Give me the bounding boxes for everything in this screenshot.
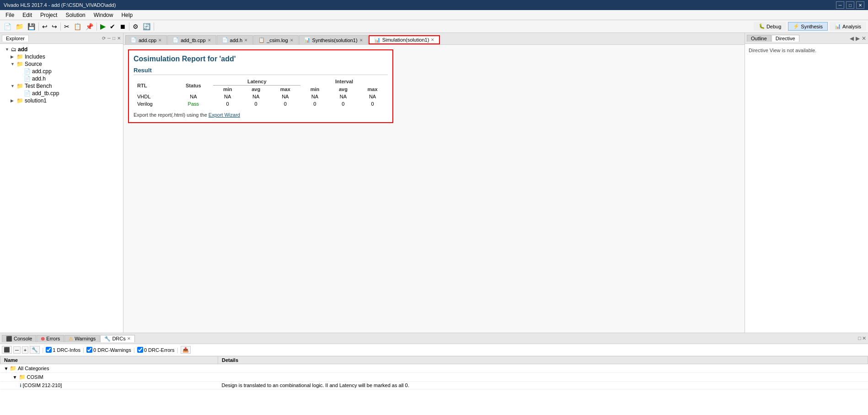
tree-solution1[interactable]: ▶ 📁 solution1 — [2, 97, 121, 104]
analysis-mode-button[interactable]: 📊 Analysis — [830, 22, 866, 31]
toolbar-copy[interactable]: 📋 — [72, 22, 83, 32]
tree-toggle-source[interactable]: ▼ — [11, 62, 15, 66]
tab-drcs[interactable]: 🔧 DRCs ✕ — [100, 335, 134, 342]
tab-warnings[interactable]: ⚠ Warnings — [64, 335, 100, 342]
tab-add-cpp[interactable]: 📄 add.cpp ✕ — [125, 35, 167, 44]
toolbar-refresh[interactable]: 🔄 — [141, 22, 152, 32]
tab-errors[interactable]: ⊗ Errors — [37, 335, 64, 342]
toolbar-run[interactable]: ▶ — [98, 22, 107, 32]
nav-forward-icon[interactable]: ▶ — [856, 35, 860, 42]
tab-close-add-h[interactable]: ✕ — [244, 38, 248, 43]
tree-testbench[interactable]: ▼ 📁 Test Bench — [2, 82, 121, 90]
menu-file[interactable]: File — [2, 11, 18, 19]
filter-drc-errors[interactable]: 0 DRC-Errors — [137, 347, 175, 353]
tab-close-simulation[interactable]: ✕ — [431, 38, 434, 42]
toolbar-stop[interactable]: ⏹ — [118, 22, 128, 32]
menu-solution[interactable]: Solution — [62, 11, 89, 19]
tab-icon-add-h: 📄 — [222, 37, 228, 43]
drcs-toggle-cosim[interactable]: ▼ — [13, 375, 17, 380]
tree-add-cpp[interactable]: 📄 add.cpp — [2, 68, 121, 75]
tree-root-add[interactable]: ▼ 🗂 add — [2, 46, 121, 53]
folder-icon-add: 🗂 — [11, 46, 16, 53]
filter-drc-warnings[interactable]: 0 DRC-Warnings — [86, 347, 131, 353]
close-button[interactable]: ✕ — [856, 1, 864, 9]
menu-project[interactable]: Project — [37, 11, 61, 19]
tab-csim-log[interactable]: 📋 _csim.log ✕ — [253, 35, 298, 44]
tree-includes[interactable]: ▶ 📁 Includes — [2, 53, 121, 60]
explorer-maximize-icon[interactable]: □ — [112, 35, 116, 41]
vhdl-lat-max: NA — [270, 93, 300, 100]
tree-add-h[interactable]: 📄 add.h — [2, 75, 121, 82]
tree-toggle-add[interactable]: ▼ — [5, 47, 10, 52]
drcs-toolbar-export[interactable]: 📤 — [181, 346, 191, 354]
tab-close-add-cpp[interactable]: ✕ — [158, 38, 162, 43]
drcs-cosim-category-cell[interactable]: ▼ 📁 COSIM — [0, 373, 218, 382]
menu-edit[interactable]: Edit — [19, 11, 36, 19]
tab-console[interactable]: ⬛ Console — [2, 335, 36, 342]
cosim-row-verilog: Verilog Pass 0 0 0 0 0 0 — [134, 100, 388, 108]
tab-label-add-h: add.h — [230, 38, 243, 43]
toolbar-cut[interactable]: ✂ — [62, 22, 71, 32]
drcs-toolbar-btn-2[interactable]: ─ — [13, 346, 21, 354]
toolbar-undo[interactable]: ↩ — [40, 22, 49, 32]
drcs-toolbar-btn-4[interactable]: 🔧 — [30, 346, 40, 354]
tree-add-tb-cpp[interactable]: 📄 add_tb.cpp — [2, 90, 121, 97]
tab-outline[interactable]: Outline — [747, 35, 771, 42]
bottom-panel: ⬛ Console ⊗ Errors ⚠ Warnings 🔧 DRCs ✕ □… — [0, 333, 868, 415]
tab-close-add-tb-cpp[interactable]: ✕ — [208, 38, 211, 43]
minimize-button[interactable]: ─ — [836, 1, 844, 9]
toolbar-open[interactable]: 📁 — [14, 22, 25, 32]
tab-close-csim[interactable]: ✕ — [290, 38, 294, 43]
checkbox-drc-infos[interactable] — [46, 347, 52, 353]
drcs-toggle-all[interactable]: ▼ — [4, 366, 9, 371]
drc-infos-label: 1 DRC-Infos — [53, 347, 80, 353]
tree-label-add-tb-cpp: add_tb.cpp — [32, 90, 59, 97]
drcs-cosim-item-cell[interactable]: i [COSIM 212-210] — [0, 382, 218, 389]
toolbar-sep-3 — [96, 22, 97, 31]
drcs-toolbar-btn-1[interactable]: ⬛ — [2, 346, 12, 354]
explorer-sync-icon[interactable]: ⟳ — [102, 35, 106, 41]
nav-back-icon[interactable]: ◀ — [850, 35, 854, 42]
tab-close-drcs[interactable]: ✕ — [127, 336, 131, 341]
maximize-button[interactable]: □ — [846, 1, 854, 9]
right-panel-close-icon[interactable]: ✕ — [862, 35, 866, 42]
tree-label-source: Source — [25, 61, 42, 67]
tab-synthesis[interactable]: 📊 Synthesis(solution1) ✕ — [299, 35, 368, 44]
tree-source[interactable]: ▼ 📁 Source — [2, 60, 121, 68]
bottom-close-icon[interactable]: ✕ — [862, 335, 866, 341]
menu-help[interactable]: Help — [118, 11, 136, 19]
toolbar-new[interactable]: 📄 — [2, 22, 13, 32]
drcs-all-categories-cell[interactable]: ▼ 📁 All Categories — [0, 364, 218, 373]
drcs-row-cosim-item: i [COSIM 212-210] Design is translated t… — [0, 382, 868, 389]
toolbar-redo[interactable]: ↪ — [50, 22, 59, 32]
tree-toggle-solution1[interactable]: ▶ — [11, 98, 15, 103]
menu-window[interactable]: Window — [90, 11, 117, 19]
toolbar-check[interactable]: ✔ — [108, 22, 117, 32]
tab-directive[interactable]: Directive — [772, 35, 799, 42]
file-icon-add-tb-cpp: 📄 — [24, 90, 31, 97]
toolbar: 📄 📁 💾 ↩ ↪ ✂ 📋 📌 ▶ ✔ ⏹ ⚙ 🔄 🐛 Debug ⚡ Synt… — [0, 20, 868, 33]
col-int-min: min — [300, 86, 329, 93]
explorer-tab[interactable]: Explorer — [2, 35, 29, 42]
checkbox-drc-errors[interactable] — [137, 347, 143, 353]
tab-simulation[interactable]: 📊 Simulation(solution1) ✕ — [369, 35, 440, 44]
explorer-close-icon[interactable]: ✕ — [117, 35, 121, 41]
tab-add-h[interactable]: 📄 add.h ✕ — [217, 35, 253, 44]
filter-drc-infos[interactable]: 1 DRC-Infos — [46, 347, 80, 353]
export-wizard-link[interactable]: Export Wizard — [209, 112, 240, 118]
toolbar-paste[interactable]: 📌 — [84, 22, 95, 32]
bottom-maximize-icon[interactable]: □ — [858, 335, 861, 341]
tab-close-synthesis[interactable]: ✕ — [359, 38, 363, 43]
tree-toggle-testbench[interactable]: ▼ — [11, 84, 15, 88]
debug-mode-button[interactable]: 🐛 Debug — [754, 22, 786, 31]
tree-toggle-includes[interactable]: ▶ — [11, 54, 15, 59]
toolbar-settings[interactable]: ⚙ — [131, 22, 140, 32]
checkbox-drc-warnings[interactable] — [86, 347, 92, 353]
explorer-minimize-icon[interactable]: ─ — [107, 35, 111, 41]
toolbar-save[interactable]: 💾 — [26, 22, 37, 32]
drcs-all-categories-details — [218, 364, 868, 373]
file-icon-add-cpp: 📄 — [24, 68, 31, 75]
tab-add-tb-cpp[interactable]: 📄 add_tb.cpp ✕ — [167, 35, 216, 44]
drcs-toolbar-btn-3[interactable]: + — [22, 346, 28, 354]
synthesis-mode-button[interactable]: ⚡ Synthesis — [788, 22, 828, 31]
